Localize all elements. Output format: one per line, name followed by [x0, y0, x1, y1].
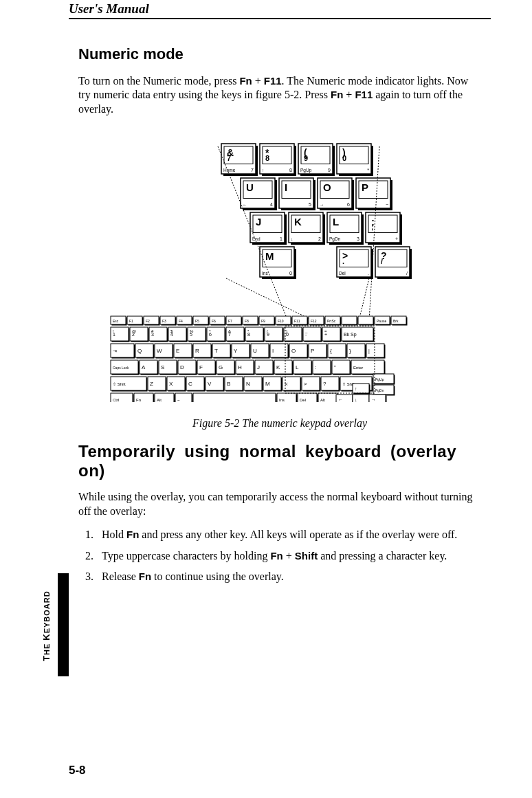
- text: Release: [102, 570, 139, 582]
- svg-text:.: .: [342, 257, 344, 265]
- svg-text:0: 0: [289, 271, 292, 276]
- svg-text:Ctrl: Ctrl: [113, 398, 119, 402]
- svg-text:?: ?: [323, 381, 326, 387]
- svg-text:~: ~: [177, 398, 180, 402]
- svg-text:Esc: Esc: [113, 319, 119, 323]
- key-fn: Fn: [270, 550, 282, 562]
- text: and pressing a character key.: [318, 550, 447, 562]
- svg-text:F6: F6: [212, 319, 216, 323]
- svg-text:0: 0: [342, 154, 346, 162]
- svg-text:J: J: [256, 216, 261, 228]
- svg-text:F1: F1: [129, 319, 133, 323]
- svg-text:): ): [286, 329, 287, 333]
- key-fn: Fn: [126, 529, 139, 540]
- svg-text:Q: Q: [137, 348, 142, 354]
- svg-text:M: M: [265, 381, 270, 387]
- svg-text:U: U: [246, 181, 254, 193]
- svg-text:←: ←: [338, 397, 343, 402]
- text: and press any other key. All keys will o…: [139, 529, 457, 540]
- svg-text:O: O: [323, 181, 331, 193]
- text: To turn on the Numeric mode, press: [78, 75, 239, 87]
- svg-text:L: L: [333, 216, 339, 228]
- svg-text:E: E: [176, 348, 179, 354]
- svg-line-93: [359, 278, 369, 321]
- svg-text:K: K: [294, 216, 302, 228]
- list-item: Type uppercase characters by holding Fn …: [96, 549, 481, 563]
- svg-text:↓: ↓: [355, 397, 357, 402]
- svg-text:Ins: Ins: [262, 271, 268, 276]
- svg-text:5: 5: [309, 202, 311, 207]
- svg-text:Ins: Ins: [279, 398, 285, 402]
- svg-text:F2: F2: [146, 319, 150, 323]
- svg-text:Brk: Brk: [393, 319, 399, 323]
- svg-text:Del: Del: [339, 271, 346, 276]
- svg-text:↑: ↑: [355, 386, 357, 391]
- svg-text:>: >: [304, 381, 307, 387]
- svg-text:6: 6: [347, 202, 350, 207]
- svg-text:X: X: [169, 381, 173, 387]
- svg-text:PgDn: PgDn: [375, 388, 384, 392]
- section-title-temp: Temporarily using normal keyboard (overl…: [78, 442, 481, 480]
- svg-text:9: 9: [304, 154, 308, 162]
- svg-text:Fn: Fn: [136, 398, 141, 402]
- svg-rect-139: [342, 316, 357, 324]
- svg-text:@: @: [132, 329, 136, 333]
- numeric-paragraph: To turn on the Numeric mode, press Fn + …: [78, 74, 481, 116]
- svg-text:F11: F11: [294, 319, 300, 323]
- svg-text:↑: ↑: [262, 168, 264, 173]
- side-tab-label: THE KEYBOARD: [41, 575, 55, 678]
- text: Type uppercase characters by holding: [102, 550, 270, 562]
- text: +: [252, 75, 264, 87]
- text: to continue using the overlay.: [151, 570, 284, 582]
- svg-text:8: 8: [289, 168, 292, 173]
- svg-text:G: G: [219, 364, 223, 370]
- svg-text:F9: F9: [261, 319, 265, 323]
- svg-text:O: O: [291, 348, 296, 354]
- text: Hold: [102, 529, 126, 540]
- svg-text:%: %: [190, 329, 194, 333]
- svg-text:H: H: [238, 364, 242, 370]
- running-header: User's Manual: [69, 0, 491, 19]
- svg-text:R: R: [195, 348, 199, 354]
- svg-text:3: 3: [357, 236, 359, 241]
- key-fn: Fn: [239, 75, 252, 87]
- svg-text:Y: Y: [234, 348, 238, 354]
- svg-text:↓: ↓: [291, 236, 293, 241]
- key-fn: Fn: [331, 89, 343, 100]
- svg-text:4: 4: [270, 202, 273, 207]
- text: EYBOARD: [43, 591, 51, 634]
- svg-text:L: L: [296, 364, 299, 370]
- svg-text:=: =: [324, 329, 327, 333]
- svg-text:C: C: [188, 381, 192, 387]
- svg-text:K: K: [276, 364, 280, 370]
- svg-text:&: &: [228, 329, 231, 333]
- svg-text:Alt: Alt: [157, 398, 162, 402]
- svg-text:Del: Del: [300, 398, 306, 402]
- svg-text:Z: Z: [150, 381, 153, 387]
- svg-text:M: M: [265, 250, 274, 262]
- svg-text:1: 1: [280, 236, 282, 241]
- svg-rect-335: [193, 393, 276, 402]
- svg-text:Alt: Alt: [320, 398, 325, 402]
- svg-text:PgDn: PgDn: [329, 236, 341, 242]
- svg-text:9: 9: [328, 168, 331, 173]
- svg-text:−: −: [386, 202, 388, 207]
- svg-text:F10: F10: [278, 319, 284, 323]
- svg-text:+: +: [395, 236, 398, 241]
- svg-text:^: ^: [209, 329, 211, 333]
- key-fn: Fn: [139, 570, 151, 582]
- key-f11: F11: [264, 75, 282, 87]
- svg-text:F7: F7: [228, 319, 232, 323]
- svg-text:Caps Lock: Caps Lock: [113, 366, 129, 370]
- svg-text:→: →: [320, 202, 324, 207]
- svg-text:F8: F8: [245, 319, 249, 323]
- svg-text:Pause: Pause: [377, 319, 386, 323]
- svg-text:(: (: [267, 329, 268, 333]
- svg-text:P: P: [362, 181, 368, 193]
- svg-text:U: U: [253, 348, 257, 354]
- svg-text:I: I: [272, 348, 274, 354]
- svg-text:Bk Sp: Bk Sp: [344, 332, 357, 337]
- keyboard-figure: &7Home7*8↑8(9PgUp9)0*U←4I5O→6P−JEnd1K↓2L…: [108, 141, 452, 402]
- svg-text:2: 2: [318, 236, 321, 241]
- svg-text:7: 7: [251, 168, 254, 173]
